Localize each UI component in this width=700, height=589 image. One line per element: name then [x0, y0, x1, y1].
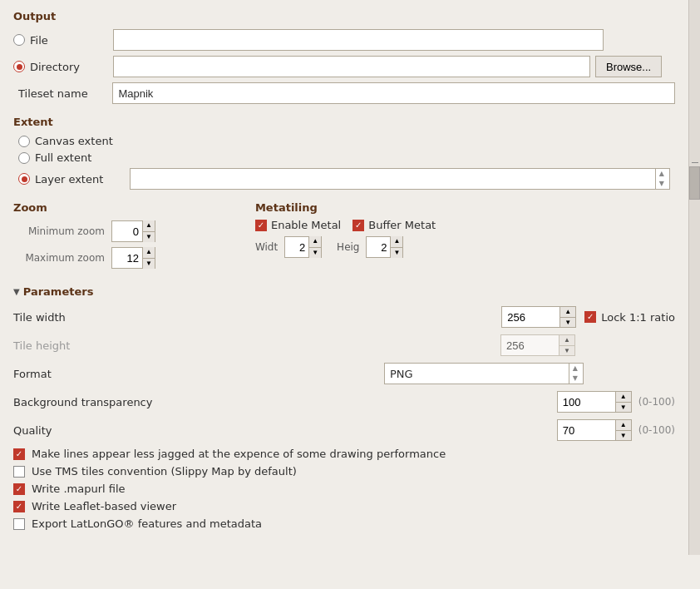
file-input[interactable]	[113, 29, 604, 51]
use-tms-label: Use TMS tiles convention (Slippy Map by …	[32, 465, 297, 478]
make-lines-checkbox[interactable]	[13, 448, 25, 460]
max-zoom-up[interactable]: ▲	[143, 247, 155, 259]
quality-input[interactable]	[558, 420, 615, 440]
layer-extent-down-arrow: ▼	[659, 181, 664, 188]
tileset-name-input[interactable]	[112, 82, 675, 104]
browse-button[interactable]: Browse...	[595, 56, 662, 77]
meta-height-up[interactable]: ▲	[391, 236, 402, 248]
format-up-arrow: ▲	[573, 365, 578, 373]
meta-width-label: Widt	[255, 241, 278, 253]
buffer-metat-label: Buffer Metat	[368, 219, 436, 231]
meta-height-label: Heig	[337, 241, 359, 253]
scrollbar-indicator	[689, 162, 700, 163]
scrollbar[interactable]	[688, 0, 700, 555]
file-radio[interactable]	[13, 34, 25, 46]
canvas-extent-radio[interactable]	[18, 136, 30, 147]
bg-transparency-spinbox[interactable]: ▲ ▼	[557, 391, 632, 413]
max-zoom-spinbox[interactable]: ▲ ▼	[111, 247, 155, 269]
tile-width-spinbox[interactable]: ▲ ▼	[501, 306, 576, 328]
tile-height-label: Tile height	[13, 339, 180, 352]
tile-height-up[interactable]: ▲	[560, 335, 574, 346]
output-title: Output	[13, 10, 675, 22]
full-extent-label: Full extent	[35, 151, 91, 164]
meta-width-spinbox[interactable]: ▲ ▼	[284, 236, 322, 258]
zoom-title: Zoom	[13, 201, 155, 214]
export-latlongo-checkbox[interactable]	[13, 518, 25, 530]
min-zoom-spinbox[interactable]: ▲ ▼	[111, 220, 155, 242]
extent-title: Extent	[13, 116, 675, 128]
meta-width-down[interactable]: ▼	[309, 248, 321, 259]
scrollbar-thumb[interactable]	[689, 166, 700, 200]
tileset-name-label: Tileset name	[13, 87, 112, 100]
bg-transparency-up[interactable]: ▲	[616, 392, 631, 403]
make-lines-row: Make lines appear less jagged at the exp…	[13, 448, 675, 460]
meta-height-input[interactable]	[367, 241, 390, 254]
directory-input[interactable]	[113, 56, 590, 77]
meta-width-up[interactable]: ▲	[309, 236, 321, 248]
bg-transparency-input[interactable]	[558, 392, 615, 412]
tile-height-down[interactable]: ▼	[560, 346, 574, 356]
directory-radio[interactable]	[13, 61, 25, 72]
quality-hint: (0-100)	[638, 424, 675, 436]
export-latlongo-row: Export LatLonGO® features and metadata	[13, 517, 675, 530]
format-down-arrow: ▼	[573, 375, 578, 383]
layer-extent-up-arrow: ▲	[659, 171, 664, 178]
buffer-metat-item[interactable]: Buffer Metat	[352, 219, 436, 231]
format-combo[interactable]: PNG ▲ ▼	[384, 363, 584, 384]
parameters-collapse-arrow[interactable]: ▼	[13, 287, 20, 296]
tile-width-input[interactable]	[502, 307, 560, 327]
min-zoom-up[interactable]: ▲	[143, 220, 155, 232]
max-zoom-down[interactable]: ▼	[143, 259, 155, 270]
full-extent-radio[interactable]	[18, 152, 30, 164]
quality-up[interactable]: ▲	[616, 420, 631, 431]
min-zoom-input[interactable]	[112, 225, 142, 238]
write-leaflet-label: Write Leaflet-based viewer	[32, 500, 176, 512]
bg-transparency-down[interactable]: ▼	[616, 403, 631, 413]
write-mapurl-row: Write .mapurl file	[13, 483, 675, 495]
quality-label: Quality	[13, 424, 180, 437]
tile-height-input[interactable]	[501, 335, 559, 355]
canvas-extent-label: Canvas extent	[35, 135, 113, 147]
enable-metal-checkbox[interactable]	[255, 220, 267, 231]
layer-extent-radio[interactable]	[18, 173, 30, 185]
write-leaflet-row: Write Leaflet-based viewer	[13, 500, 675, 512]
tile-height-spinbox[interactable]: ▲ ▼	[500, 334, 575, 356]
file-label: File	[30, 34, 48, 47]
meta-height-spinbox[interactable]: ▲ ▼	[366, 236, 403, 258]
layer-extent-label: Layer extent	[35, 173, 103, 186]
buffer-metat-checkbox[interactable]	[352, 220, 364, 231]
export-latlongo-label: Export LatLonGO® features and metadata	[32, 517, 262, 530]
min-zoom-label: Minimum zoom	[13, 225, 105, 237]
write-mapurl-label: Write .mapurl file	[32, 483, 126, 495]
enable-metal-item[interactable]: Enable Metal	[255, 219, 341, 231]
write-mapurl-checkbox[interactable]	[13, 483, 25, 495]
meta-height-down[interactable]: ▼	[391, 248, 402, 259]
max-zoom-input[interactable]	[112, 252, 142, 265]
write-leaflet-checkbox[interactable]	[13, 501, 25, 512]
directory-label: Directory	[30, 61, 80, 73]
tile-width-up[interactable]: ▲	[560, 307, 575, 318]
min-zoom-down[interactable]: ▼	[143, 232, 155, 243]
parameters-title: Parameters	[23, 285, 94, 298]
metatiling-title: Metatiling	[255, 201, 436, 214]
lock-ratio-label: Lock 1:1 ratio	[601, 311, 675, 324]
layer-extent-combo[interactable]: ▲ ▼	[130, 168, 670, 190]
use-tms-checkbox[interactable]	[13, 466, 25, 478]
use-tms-row: Use TMS tiles convention (Slippy Map by …	[13, 465, 675, 478]
tile-width-down[interactable]: ▼	[560, 318, 575, 328]
bg-transparency-label: Background transparency	[13, 396, 180, 408]
quality-down[interactable]: ▼	[616, 431, 631, 441]
max-zoom-label: Maximum zoom	[13, 252, 105, 264]
meta-width-input[interactable]	[285, 241, 308, 254]
make-lines-label: Make lines appear less jagged at the exp…	[32, 448, 446, 460]
bg-transparency-hint: (0-100)	[638, 396, 675, 408]
quality-spinbox[interactable]: ▲ ▼	[557, 419, 632, 441]
format-label: Format	[13, 368, 180, 380]
enable-metal-label: Enable Metal	[271, 219, 341, 231]
tile-width-label: Tile width	[13, 311, 180, 324]
format-value: PNG	[390, 368, 413, 380]
lock-ratio-checkbox[interactable]	[584, 311, 596, 323]
